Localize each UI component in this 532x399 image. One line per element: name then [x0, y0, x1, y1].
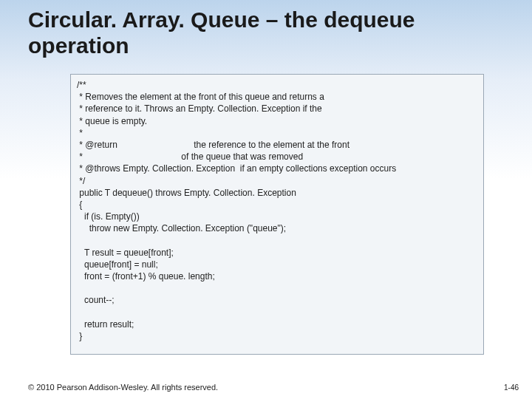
page-number: 1-46: [504, 383, 519, 392]
title-line-2: operation: [28, 33, 129, 58]
slide-title: Circular. Array. Queue – the dequeue ope…: [28, 7, 510, 58]
slide: Circular. Array. Queue – the dequeue ope…: [0, 0, 532, 399]
code-block: /** * Removes the element at the front o…: [70, 74, 484, 355]
copyright-footer: © 2010 Pearson Addison-Wesley. All right…: [28, 383, 218, 392]
title-line-1: Circular. Array. Queue – the dequeue: [28, 7, 415, 32]
